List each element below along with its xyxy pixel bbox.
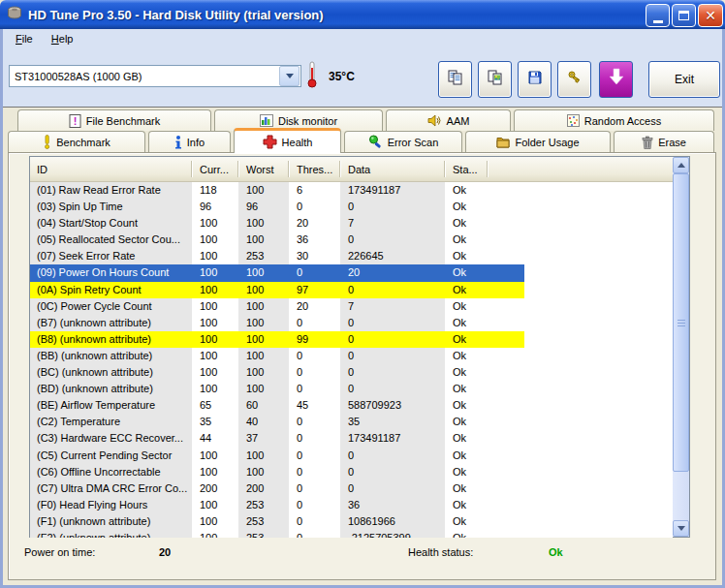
cell-filler	[488, 430, 524, 447]
cell-worst: 100	[238, 215, 289, 232]
cell-rest	[524, 298, 673, 315]
cell-id: (01) Raw Read Error Rate	[30, 182, 192, 199]
table-row[interactable]: (0C) Power Cycle Count100100207Ok	[30, 298, 673, 315]
cell-rest	[524, 397, 673, 414]
table-row[interactable]: (C2) Temperature3540035Ok	[30, 414, 673, 430]
cell-status: Ok	[445, 248, 488, 264]
app-hard-disk-icon	[7, 5, 22, 24]
cell-threshold: 0	[289, 497, 340, 513]
tab-aam[interactable]: AAM	[386, 109, 511, 131]
close-button[interactable]: ✕	[698, 4, 723, 27]
cell-data: 0	[340, 232, 445, 248]
cell-status: Ok	[445, 464, 488, 480]
tab-folder-usage[interactable]: Folder Usage	[465, 131, 611, 152]
tab-label: Error Scan	[388, 137, 439, 148]
cell-filler	[488, 497, 524, 513]
column-header-data[interactable]: Data	[340, 157, 445, 181]
cell-rest	[524, 430, 673, 447]
column-header-current[interactable]: Curr...	[192, 157, 238, 181]
cell-status: Ok	[445, 331, 488, 348]
cell-threshold: 0	[289, 264, 340, 281]
column-header-threshold[interactable]: Thres...	[289, 157, 340, 181]
cell-threshold: 0	[289, 530, 340, 538]
table-row[interactable]: (07) Seek Error Rate10025330226645Ok	[30, 248, 673, 264]
scroll-up-button[interactable]	[673, 157, 689, 173]
copy-image-button[interactable]	[478, 61, 512, 98]
cell-data: 7	[340, 298, 445, 315]
table-row[interactable]: (F1) (unknown attribute)100253010861966O…	[30, 513, 673, 530]
options-button[interactable]	[557, 61, 591, 98]
table-row[interactable]: (09) Power On Hours Count100100020Ok	[30, 264, 673, 281]
minimize-button[interactable]	[646, 4, 670, 27]
cell-worst: 60	[238, 397, 289, 414]
drive-select-combobox[interactable]: ST31000528AS (1000 GB)	[9, 65, 301, 87]
cell-filler	[488, 282, 524, 298]
cell-status: Ok	[445, 298, 488, 315]
cell-rest	[524, 381, 673, 397]
copy-text-icon	[448, 70, 463, 89]
vertical-scrollbar[interactable]	[673, 157, 689, 537]
cell-filler	[488, 331, 524, 348]
tab-info[interactable]: Info	[148, 131, 231, 152]
cell-worst: 40	[238, 414, 289, 430]
table-row[interactable]: (BC) (unknown attribute)10010000Ok	[30, 364, 673, 381]
table-row[interactable]: (BE) Airflow Temperature656045588709923O…	[30, 397, 673, 414]
table-row[interactable]: (BB) (unknown attribute)10010000Ok	[30, 348, 673, 364]
cell-threshold: 0	[289, 381, 340, 397]
table-row[interactable]: (04) Start/Stop Count100100207Ok	[30, 215, 673, 232]
tab-label: File Benchmark	[86, 115, 160, 127]
table-row[interactable]: (C3) Hardware ECC Recover...443701734911…	[30, 430, 673, 447]
cell-current: 100	[192, 248, 238, 264]
scroll-down-button[interactable]	[673, 520, 689, 537]
table-row[interactable]: (C7) Ultra DMA CRC Error Co...20020000Ok	[30, 480, 673, 497]
cell-id: (07) Seek Error Rate	[30, 248, 192, 264]
exit-button[interactable]: Exit	[648, 61, 720, 98]
scrollbar-thumb[interactable]	[673, 173, 689, 472]
disk-monitor-icon	[260, 114, 273, 127]
update-button[interactable]	[599, 61, 633, 98]
tab-file-benchmark[interactable]: !File Benchmark	[17, 109, 211, 131]
cell-data: 7	[340, 215, 445, 232]
tab-label: AAM	[447, 115, 470, 127]
menu-help[interactable]: Help	[44, 29, 81, 47]
tab-health[interactable]: Health	[234, 128, 341, 153]
table-row[interactable]: (C6) Offline Uncorrectable10010000Ok	[30, 464, 673, 480]
cell-status: Ok	[445, 530, 488, 538]
table-row[interactable]: (B7) (unknown attribute)10010000Ok	[30, 315, 673, 331]
table-row[interactable]: (F2) (unknown attribute)1002530-21257053…	[30, 530, 673, 538]
table-row[interactable]: (C5) Current Pending Sector10010000Ok	[30, 448, 673, 464]
table-row[interactable]: (01) Raw Read Error Rate1181006173491187…	[30, 182, 673, 199]
menu-file[interactable]: File	[8, 29, 41, 47]
column-header-worst[interactable]: Worst	[238, 157, 289, 181]
combo-dropdown-button[interactable]	[279, 66, 299, 86]
table-row[interactable]: (B8) (unknown attribute)100100990Ok	[30, 331, 673, 348]
tab-erase[interactable]: Erase	[614, 131, 714, 152]
table-row[interactable]: (F0) Head Flying Hours100253036Ok	[30, 497, 673, 513]
cell-data: 173491187	[340, 182, 445, 199]
table-row[interactable]: (BD) (unknown attribute)10010000Ok	[30, 381, 673, 397]
table-header: ID Curr... Worst Thres... Data Sta...	[30, 157, 673, 182]
cell-id: (BD) (unknown attribute)	[30, 381, 192, 397]
tab-benchmark[interactable]: Benchmark	[8, 131, 145, 152]
cell-id: (03) Spin Up Time	[30, 199, 192, 215]
cell-id: (C7) Ultra DMA CRC Error Co...	[30, 480, 192, 497]
cell-filler	[488, 530, 524, 538]
table-row[interactable]: (03) Spin Up Time969600Ok	[30, 199, 673, 215]
cell-filler	[488, 199, 524, 215]
cell-current: 100	[192, 497, 238, 513]
table-row[interactable]: (0A) Spin Retry Count100100970Ok	[30, 282, 673, 298]
cell-id: (F2) (unknown attribute)	[30, 530, 192, 538]
column-header-status[interactable]: Sta...	[445, 157, 488, 181]
cell-status: Ok	[445, 315, 488, 331]
tab-random-access[interactable]: Random Access	[514, 109, 714, 131]
save-button[interactable]	[518, 61, 552, 98]
maximize-button[interactable]	[672, 4, 696, 27]
table-row[interactable]: (05) Reallocated Sector Cou...100100360O…	[30, 232, 673, 248]
cell-status: Ok	[445, 282, 488, 298]
copy-text-button[interactable]	[438, 61, 472, 98]
smart-attributes-table: ID Curr... Worst Thres... Data Sta... (0…	[29, 156, 690, 538]
tab-error-scan[interactable]: Error Scan	[344, 131, 462, 152]
cell-filler	[488, 248, 524, 264]
column-header-id[interactable]: ID	[30, 157, 192, 181]
title-bar[interactable]: HD Tune Pro 3.50 - Hard Disk Utility (tr…	[0, 0, 725, 29]
